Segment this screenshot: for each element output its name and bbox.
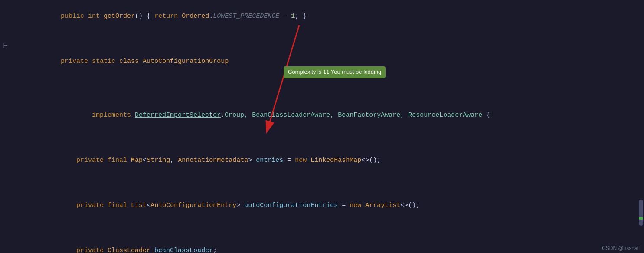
complexity-tooltip: Complexity is 11 You must be kidding — [284, 66, 386, 78]
code-line — [22, 132, 634, 144]
code-line — [22, 33, 634, 45]
scrollbar-track[interactable] — [638, 0, 644, 253]
bookmark-icon: ⊢ — [3, 41, 8, 50]
code-line: private final Map<String, AnnotationMeta… — [22, 144, 634, 177]
editor-container: ⊢ public int getOrder() { return Ordered… — [0, 0, 644, 253]
scrollbar-marker — [639, 217, 643, 220]
code-line: implements DeferredImportSelector.Group,… — [22, 99, 634, 132]
watermark: CSDN @nssnail — [598, 243, 644, 253]
code-area[interactable]: public int getOrder() { return Ordered.L… — [17, 0, 638, 253]
line-gutter: ⊢ — [0, 0, 17, 253]
code-line — [22, 222, 634, 234]
code-line — [22, 177, 634, 189]
watermark-text: CSDN @nssnail — [602, 245, 640, 251]
code-line: private ClassLoader beanClassLoader; — [22, 234, 634, 253]
code-line: private final List<AutoConfigurationEntr… — [22, 189, 634, 222]
code-line: public int getOrder() { return Ordered.L… — [22, 0, 634, 33]
scrollbar-thumb[interactable] — [639, 200, 643, 226]
code-line: private static class AutoConfigurationGr… — [22, 45, 634, 99]
